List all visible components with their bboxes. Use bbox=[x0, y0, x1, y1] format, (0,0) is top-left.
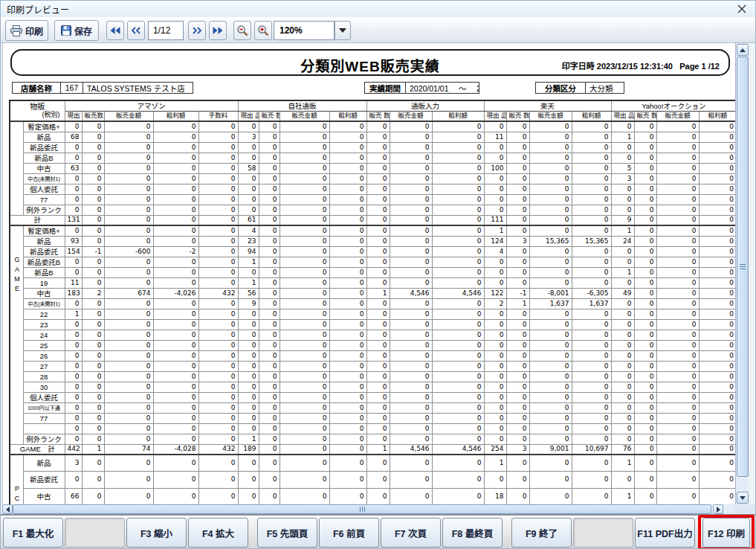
column-header: 現出 品数 bbox=[611, 111, 634, 121]
cell-value: 0 bbox=[280, 163, 329, 173]
fkey-f5-button[interactable]: F5 先頭頁 bbox=[257, 518, 317, 548]
cell-value: 0 bbox=[198, 184, 238, 194]
cell-value: 0 bbox=[366, 163, 390, 173]
cell-value: 0 bbox=[699, 434, 735, 444]
cell-value: 0 bbox=[432, 319, 484, 330]
cell-value: 0 bbox=[280, 277, 329, 288]
cell-value: 0 bbox=[529, 350, 572, 361]
total-cell-value: 0 bbox=[366, 215, 390, 225]
next-page-button[interactable] bbox=[188, 21, 206, 40]
cell-value: 0 bbox=[329, 173, 366, 184]
zoom-in-button[interactable] bbox=[254, 21, 272, 40]
fkey-f11-button[interactable]: F11 PDF出力 bbox=[635, 518, 695, 548]
cell-value: 0 bbox=[529, 246, 572, 257]
scroll-right-button[interactable] bbox=[713, 504, 723, 514]
cell-value: 0 bbox=[82, 455, 104, 472]
fkey-f12-button[interactable]: F12 印刷 bbox=[702, 518, 750, 548]
prev-page-button[interactable] bbox=[127, 21, 145, 40]
table-corner-header: 物販(税別) bbox=[10, 100, 65, 121]
fkey-f3-button[interactable]: F3 縮小 bbox=[126, 518, 187, 548]
total-cell-value: 0 bbox=[153, 215, 198, 225]
cell-value: 0 bbox=[366, 246, 390, 257]
row-label: 新品 bbox=[23, 132, 65, 142]
cell-value: 0 bbox=[432, 455, 484, 472]
row-label: 個人委託 bbox=[23, 392, 65, 402]
cell-value: 0 bbox=[82, 392, 104, 402]
cell-value: 0 bbox=[82, 121, 104, 132]
fkey-f1-button[interactable]: F1 最大化 bbox=[3, 518, 63, 548]
horizontal-scroll-thumb[interactable] bbox=[13, 504, 711, 514]
fkey-f6-button[interactable]: F6 前頁 bbox=[319, 518, 379, 548]
cell-value: 0 bbox=[280, 257, 329, 267]
group-label: GAME bbox=[10, 225, 23, 444]
cell-value: 0 bbox=[506, 132, 529, 142]
cell-value: 0 bbox=[634, 361, 656, 371]
zoom-level-field[interactable]: 120% bbox=[274, 21, 335, 40]
cell-value: 0 bbox=[656, 413, 699, 423]
scroll-down-button[interactable] bbox=[737, 492, 749, 504]
zoom-dropdown-button[interactable] bbox=[335, 21, 351, 40]
cell-value: 0 bbox=[390, 392, 432, 402]
cell-value: 0 bbox=[198, 257, 238, 267]
page-number-input[interactable] bbox=[148, 21, 184, 40]
last-page-button[interactable] bbox=[209, 21, 227, 40]
scroll-up-button[interactable] bbox=[737, 44, 749, 56]
cell-value: 0 bbox=[529, 455, 572, 472]
cell-value: 0 bbox=[329, 236, 366, 246]
cell-value: 0 bbox=[82, 472, 104, 489]
first-page-button[interactable] bbox=[106, 21, 124, 40]
cell-value: 0 bbox=[366, 173, 390, 184]
scroll-up-icon bbox=[740, 48, 746, 52]
column-header: 販売金額 bbox=[656, 111, 699, 121]
cell-value: 0 bbox=[153, 121, 198, 132]
horizontal-scrollbar[interactable] bbox=[2, 504, 735, 515]
scroll-left-button[interactable] bbox=[2, 504, 13, 514]
cell-value: 0 bbox=[432, 392, 484, 402]
cell-value: 0 bbox=[198, 236, 238, 246]
cell-value: 0 bbox=[259, 392, 280, 402]
cell-value: 93 bbox=[65, 236, 82, 246]
cell-value: 0 bbox=[529, 340, 572, 350]
cell-value: 0 bbox=[366, 257, 390, 267]
cell-value: 66 bbox=[65, 488, 82, 504]
cell-value: 0 bbox=[634, 434, 656, 444]
cell-value: 0 bbox=[432, 184, 484, 194]
cell-value: 2 bbox=[484, 298, 506, 309]
cell-value: 0 bbox=[611, 194, 634, 205]
cell-value: 0 bbox=[366, 472, 390, 489]
column-header: 粗利額 bbox=[153, 111, 198, 121]
cell-value: 0 bbox=[390, 121, 432, 132]
print-button[interactable]: 印刷 bbox=[5, 20, 48, 41]
cell-value: 0 bbox=[198, 340, 238, 350]
save-button[interactable]: 保存 bbox=[54, 20, 99, 41]
fkey-blank bbox=[65, 518, 125, 548]
zoom-out-button[interactable] bbox=[233, 21, 251, 40]
channel-header: Yahoo!オークション bbox=[611, 100, 735, 111]
cell-value: 0 bbox=[329, 350, 366, 361]
cell-value: 0 bbox=[611, 413, 634, 423]
cell-value: 58 bbox=[238, 163, 259, 173]
cell-value: 0 bbox=[366, 434, 390, 444]
cell-value: 0 bbox=[390, 434, 432, 444]
cell-value: 0 bbox=[82, 382, 104, 392]
fkey-f9-button[interactable]: F9 終了 bbox=[511, 518, 572, 548]
cell-value: 0 bbox=[153, 132, 198, 142]
close-icon[interactable] bbox=[736, 3, 748, 15]
cell-value: 154 bbox=[65, 246, 82, 257]
cell-value: 0 bbox=[611, 277, 634, 288]
fkey-f7-button[interactable]: F7 次頁 bbox=[381, 518, 441, 548]
cell-value: 0 bbox=[572, 413, 611, 423]
vertical-scroll-thumb[interactable] bbox=[737, 57, 749, 477]
cell-value: 0 bbox=[656, 382, 699, 392]
cell-value: 0 bbox=[259, 472, 280, 489]
cell-value: 0 bbox=[484, 330, 506, 340]
cell-value: 0 bbox=[104, 152, 153, 163]
fkey-f8-button[interactable]: F8 最終頁 bbox=[442, 518, 503, 548]
cell-value: 0 bbox=[506, 152, 529, 163]
cell-value: 0 bbox=[432, 225, 484, 236]
cell-value: 0 bbox=[104, 257, 153, 267]
cell-value: 0 bbox=[611, 298, 634, 309]
cell-value: 0 bbox=[656, 361, 699, 371]
fkey-f4-button[interactable]: F4 拡大 bbox=[188, 518, 248, 548]
vertical-scrollbar[interactable] bbox=[735, 43, 749, 504]
